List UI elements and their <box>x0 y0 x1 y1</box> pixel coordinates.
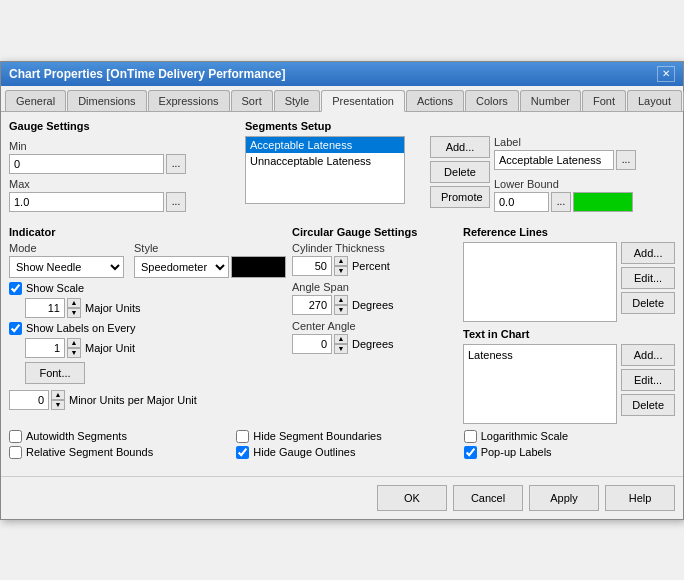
seg-label-input[interactable] <box>494 150 614 170</box>
tab-general[interactable]: General <box>5 90 66 111</box>
lower-bound-label: Lower Bound <box>494 178 675 190</box>
segment-add-button[interactable]: Add... <box>430 136 490 158</box>
reference-lines-listbox[interactable] <box>463 242 617 322</box>
lower-bound-dots-button[interactable]: ... <box>551 192 571 212</box>
hide-boundaries-row: Hide Segment Boundaries <box>236 430 447 443</box>
max-dots-button[interactable]: ... <box>166 192 186 212</box>
close-button[interactable]: ✕ <box>657 66 675 82</box>
minor-units-row: ▲ ▼ Minor Units per Major Unit <box>9 390 286 410</box>
tab-font[interactable]: Font <box>582 90 626 111</box>
angle-span-up[interactable]: ▲ <box>334 295 348 305</box>
lower-bound-input[interactable] <box>494 192 549 212</box>
logarithmic-label: Logarithmic Scale <box>481 430 568 442</box>
hide-boundaries-checkbox[interactable] <box>236 430 249 443</box>
major-units-input[interactable] <box>25 298 65 318</box>
minor-units-up[interactable]: ▲ <box>51 390 65 400</box>
cylinder-up[interactable]: ▲ <box>334 256 348 266</box>
angle-span-unit: Degrees <box>352 299 394 311</box>
apply-button[interactable]: Apply <box>529 485 599 511</box>
autowidth-checkbox[interactable] <box>9 430 22 443</box>
center-angle-input[interactable] <box>292 334 332 354</box>
tab-expressions[interactable]: Expressions <box>148 90 230 111</box>
color-swatch[interactable] <box>573 192 633 212</box>
ref-edit-button[interactable]: Edit... <box>621 267 675 289</box>
cylinder-unit: Percent <box>352 260 390 272</box>
text-delete-button[interactable]: Delete <box>621 394 675 416</box>
autowidth-row: Autowidth Segments <box>9 430 220 443</box>
minor-units-down[interactable]: ▼ <box>51 400 65 410</box>
min-dots-button[interactable]: ... <box>166 154 186 174</box>
mode-select[interactable]: Show Needle Show Marker None <box>9 256 124 278</box>
show-scale-checkbox[interactable] <box>9 282 22 295</box>
center-angle-up[interactable]: ▲ <box>334 334 348 344</box>
major-units-spinner-btns: ▲ ▼ <box>67 298 81 318</box>
tab-number[interactable]: Number <box>520 90 581 111</box>
segment-promote-button[interactable]: Promote <box>430 186 490 208</box>
font-button-area: Font... <box>25 362 286 384</box>
right-panel: Reference Lines Add... Edit... Delete Te… <box>463 226 675 424</box>
style-select[interactable]: Speedometer Gauge <box>134 256 229 278</box>
min-input[interactable] <box>9 154 164 174</box>
seg-label-dots-button[interactable]: ... <box>616 150 636 170</box>
ref-delete-button[interactable]: Delete <box>621 292 675 314</box>
center-angle-section: Center Angle ▲ ▼ Degrees <box>292 320 457 354</box>
angle-span-input[interactable] <box>292 295 332 315</box>
center-angle-down[interactable]: ▼ <box>334 344 348 354</box>
left-panel: Indicator Mode Show Needle Show Marker N… <box>9 226 286 424</box>
text-add-button[interactable]: Add... <box>621 344 675 366</box>
cylinder-spinner: ▲ ▼ <box>292 256 348 276</box>
segment-action-buttons: Add... Delete Promote <box>430 136 490 216</box>
major-units-up[interactable]: ▲ <box>67 298 81 308</box>
segment-delete-button[interactable]: Delete <box>430 161 490 183</box>
cylinder-down[interactable]: ▼ <box>334 266 348 276</box>
text-edit-button[interactable]: Edit... <box>621 369 675 391</box>
cancel-button[interactable]: Cancel <box>453 485 523 511</box>
tab-layout[interactable]: Layout <box>627 90 682 111</box>
ref-add-button[interactable]: Add... <box>621 242 675 264</box>
minor-units-label: Minor Units per Major Unit <box>69 394 197 406</box>
popup-labels-checkbox[interactable] <box>464 446 477 459</box>
hide-outlines-checkbox[interactable] <box>236 446 249 459</box>
cylinder-input[interactable] <box>292 256 332 276</box>
center-angle-row: ▲ ▼ Degrees <box>292 334 457 354</box>
title-bar-controls: ✕ <box>657 66 675 82</box>
labels-unit-down[interactable]: ▼ <box>67 348 81 358</box>
text-chart-listbox[interactable]: Lateness <box>463 344 617 424</box>
font-button[interactable]: Font... <box>25 362 85 384</box>
show-scale-label: Show Scale <box>26 282 84 294</box>
gauge-settings-panel: Gauge Settings Min ... Max ... <box>9 120 237 220</box>
angle-span-spinner-btns: ▲ ▼ <box>334 295 348 315</box>
major-units-spinner: ▲ ▼ <box>25 298 81 318</box>
ok-button[interactable]: OK <box>377 485 447 511</box>
relative-bounds-checkbox[interactable] <box>9 446 22 459</box>
hide-outlines-row: Hide Gauge Outlines <box>236 446 447 459</box>
segment-item-0[interactable]: Acceptable Lateness <box>246 137 404 153</box>
mid-checkboxes: Hide Segment Boundaries Hide Gauge Outli… <box>236 430 447 462</box>
show-labels-label: Show Labels on Every <box>26 322 135 334</box>
bottom-checkboxes: Autowidth Segments Relative Segment Boun… <box>9 430 675 462</box>
major-units-down[interactable]: ▼ <box>67 308 81 318</box>
tab-actions[interactable]: Actions <box>406 90 464 111</box>
left-checkboxes: Autowidth Segments Relative Segment Boun… <box>9 430 220 462</box>
tab-sort[interactable]: Sort <box>231 90 273 111</box>
title-bar: Chart Properties [OnTime Delivery Perfor… <box>1 62 683 86</box>
tab-colors[interactable]: Colors <box>465 90 519 111</box>
tab-bar: General Dimensions Expressions Sort Styl… <box>1 86 683 112</box>
tab-presentation[interactable]: Presentation <box>321 90 405 112</box>
labels-unit-up[interactable]: ▲ <box>67 338 81 348</box>
tab-dimensions[interactable]: Dimensions <box>67 90 146 111</box>
max-input[interactable] <box>9 192 164 212</box>
labels-unit-input[interactable] <box>25 338 65 358</box>
tab-style[interactable]: Style <box>274 90 320 111</box>
show-labels-checkbox[interactable] <box>9 322 22 335</box>
angle-span-down[interactable]: ▼ <box>334 305 348 315</box>
indicator-section: Indicator Mode Show Needle Show Marker N… <box>9 226 286 278</box>
angle-span-row: ▲ ▼ Degrees <box>292 295 457 315</box>
minor-units-input[interactable] <box>9 390 49 410</box>
indicator-color-swatch[interactable] <box>231 256 286 278</box>
logarithmic-checkbox[interactable] <box>464 430 477 443</box>
help-button[interactable]: Help <box>605 485 675 511</box>
labels-unit-spinner: ▲ ▼ <box>25 338 81 358</box>
segment-item-1[interactable]: Unnacceptable Lateness <box>246 153 404 169</box>
segments-listbox[interactable]: Acceptable Lateness Unnacceptable Latene… <box>245 136 405 204</box>
